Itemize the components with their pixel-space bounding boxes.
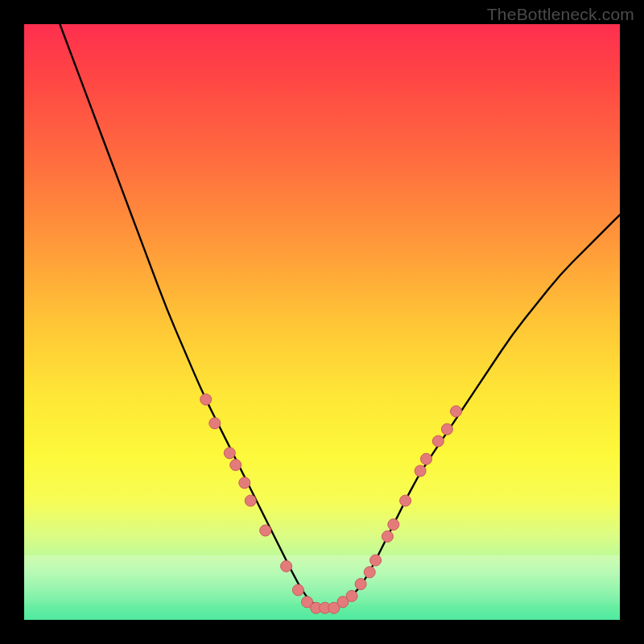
highlight-point — [432, 436, 444, 447]
highlight-point — [451, 406, 462, 417]
outer-frame: TheBottleneck.com — [0, 0, 644, 644]
highlight-point — [209, 418, 221, 429]
curve-svg — [24, 24, 620, 620]
highlight-point — [441, 423, 452, 435]
highlight-point — [230, 460, 242, 471]
highlight-point — [370, 555, 382, 566]
highlight-point — [382, 530, 393, 542]
bottleneck-curve — [60, 24, 620, 608]
plot-area — [24, 24, 620, 620]
highlight-point — [224, 448, 235, 459]
highlight-point — [292, 584, 303, 596]
highlight-point — [421, 453, 432, 464]
highlight-point — [415, 465, 426, 477]
highlight-point — [260, 525, 271, 536]
highlight-point — [388, 519, 399, 530]
highlight-point — [239, 477, 250, 489]
highlight-point — [346, 590, 357, 601]
highlight-point — [245, 495, 256, 506]
highlight-point — [200, 394, 212, 405]
highlight-point — [355, 579, 366, 590]
highlight-point — [400, 495, 411, 506]
highlight-markers — [200, 394, 462, 613]
highlight-point — [364, 567, 375, 578]
highlight-point — [281, 560, 292, 572]
watermark-text: TheBottleneck.com — [487, 5, 634, 24]
